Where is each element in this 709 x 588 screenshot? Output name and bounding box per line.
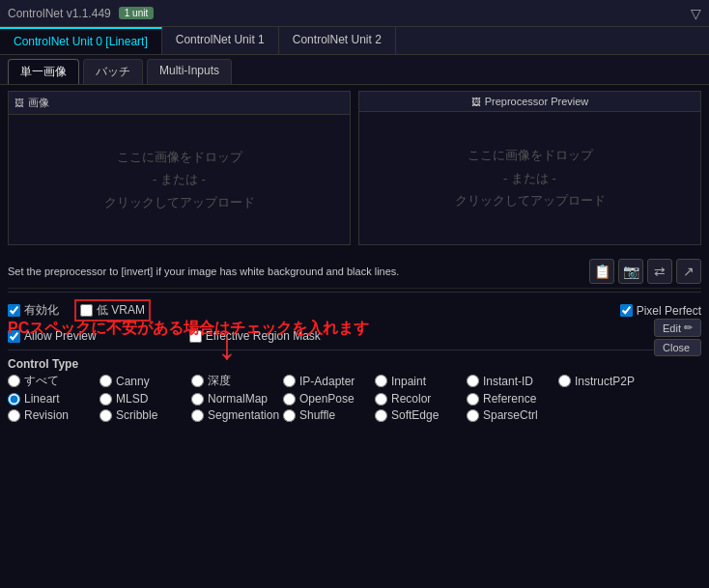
- separator2: [8, 350, 701, 350]
- radio-instant-id[interactable]: Instant-ID: [467, 375, 558, 388]
- radio-canny[interactable]: Canny: [99, 375, 191, 388]
- radio-ip-adapter-input[interactable]: [283, 375, 296, 387]
- yukoka-checkbox[interactable]: 有効化: [8, 302, 59, 319]
- edit-close-buttons: Edit ✏ Close: [654, 319, 701, 356]
- tab-multi-inputs[interactable]: Multi-Inputs: [147, 59, 232, 84]
- collapse-arrow-icon[interactable]: ▽: [691, 6, 701, 21]
- left-drop-area[interactable]: ここに画像をドロップ - または - クリックしてアップロード: [9, 115, 350, 244]
- control-type-row3: Revision Scribble Segmentation Shuffle S…: [8, 408, 701, 422]
- radio-shuffle-input[interactable]: [283, 409, 296, 422]
- preprocessor-label: Preprocessor Preview: [485, 96, 589, 107]
- radio-scribble-label: Scribble: [116, 408, 157, 422]
- low-vram-checkbox[interactable]: 低 VRAM: [80, 302, 145, 319]
- clipboard-icon-btn[interactable]: 📋: [589, 259, 614, 284]
- radio-sparsectrl-label: SparseCtrl: [483, 408, 538, 422]
- header-bar: ControlNet v1.1.449 1 unit ▽: [0, 0, 709, 27]
- right-drop-text2: - または -: [503, 167, 556, 189]
- radio-mlsd[interactable]: MLSD: [99, 392, 191, 406]
- radio-scribble[interactable]: Scribble: [99, 408, 191, 422]
- radio-instructp2p[interactable]: InstructP2P: [558, 375, 650, 388]
- tab-unit0[interactable]: ControlNet Unit 0 [Lineart]: [0, 27, 162, 54]
- radio-reference-input[interactable]: [467, 393, 479, 406]
- radio-sparsectrl[interactable]: SparseCtrl: [467, 408, 558, 422]
- separator1: [8, 292, 701, 293]
- radio-inpaint-label: Inpaint: [391, 375, 426, 388]
- edit-pencil-icon: ✏: [684, 322, 693, 334]
- control-type-label: Control Type: [8, 353, 701, 373]
- radio-recolor-input[interactable]: [375, 393, 387, 406]
- tab-single-image[interactable]: 単一画像: [8, 59, 79, 84]
- low-vram-label: 低 VRAM: [97, 302, 145, 319]
- radio-openpose[interactable]: OpenPose: [283, 392, 375, 406]
- bottom-controls: Set the preprocessor to [invert] if your…: [0, 251, 709, 430]
- radio-mlsd-input[interactable]: [99, 393, 112, 406]
- tabs-row2: 単一画像 バッチ Multi-Inputs: [0, 55, 709, 85]
- radio-lineart[interactable]: Lineart: [8, 392, 99, 406]
- radio-canny-input[interactable]: [99, 375, 112, 387]
- radio-normalmap[interactable]: NormalMap: [191, 392, 283, 406]
- radio-softedge-input[interactable]: [375, 409, 387, 422]
- radio-softedge[interactable]: SoftEdge: [375, 408, 467, 422]
- radio-depth[interactable]: 深度: [191, 373, 283, 389]
- radio-instructp2p-label: InstructP2P: [575, 375, 635, 388]
- tab-unit2[interactable]: ControlNet Unit 2: [279, 27, 396, 54]
- radio-inpaint[interactable]: Inpaint: [375, 375, 467, 388]
- main-container: ControlNet v1.1.449 1 unit ▽ ControlNet …: [0, 0, 709, 588]
- radio-reference[interactable]: Reference: [467, 392, 558, 406]
- invert-notice: Set the preprocessor to [invert] if your…: [8, 255, 701, 289]
- radio-rows: すべて Canny 深度 IP-Adapter Inpaint: [8, 373, 701, 426]
- radio-softedge-label: SoftEdge: [391, 408, 439, 422]
- tab-batch[interactable]: バッチ: [83, 59, 143, 84]
- radio-instant-id-input[interactable]: [467, 375, 479, 387]
- right-drop-area[interactable]: ここに画像をドロップ - または - クリックしてアップロード: [359, 112, 700, 244]
- app-title: ControlNet v1.1.449: [8, 7, 111, 20]
- pixel-perfect-checkbox[interactable]: Pixel Perfect: [620, 304, 701, 318]
- radio-ip-adapter[interactable]: IP-Adapter: [283, 375, 375, 388]
- radio-revision-input[interactable]: [8, 409, 20, 422]
- radio-revision-label: Revision: [24, 408, 69, 422]
- radio-normalmap-input[interactable]: [191, 393, 204, 406]
- radio-inpaint-input[interactable]: [375, 375, 387, 387]
- radio-sparsectrl-input[interactable]: [467, 409, 479, 422]
- pixel-perfect-input[interactable]: [620, 304, 633, 317]
- notice-text: Set the preprocessor to [invert] if your…: [8, 266, 589, 277]
- low-vram-input[interactable]: [80, 304, 93, 317]
- radio-recolor[interactable]: Recolor: [375, 392, 467, 406]
- image-section: 🖼 画像 ここに画像をドロップ - または - クリックしてアップロード 🖼 P…: [0, 85, 709, 251]
- radio-segmentation-input[interactable]: [191, 409, 204, 422]
- radio-lineart-input[interactable]: [8, 393, 20, 406]
- tab-unit1[interactable]: ControlNet Unit 1: [162, 27, 279, 54]
- left-panel-label: 画像: [28, 96, 49, 110]
- radio-depth-input[interactable]: [191, 375, 204, 387]
- radio-subete-input[interactable]: [8, 375, 20, 387]
- radio-shuffle[interactable]: Shuffle: [283, 408, 375, 422]
- radio-shuffle-label: Shuffle: [299, 408, 335, 422]
- radio-segmentation-label: Segmentation: [208, 408, 279, 422]
- left-drop-text2: - または -: [153, 168, 206, 190]
- swap-icon-btn[interactable]: ⇄: [647, 259, 672, 284]
- radio-revision[interactable]: Revision: [8, 408, 99, 422]
- edit-button[interactable]: Edit ✏: [654, 319, 701, 337]
- yukoka-input[interactable]: [8, 304, 20, 317]
- radio-openpose-input[interactable]: [283, 393, 296, 406]
- unit-badge: 1 unit: [119, 7, 154, 19]
- radio-lineart-label: Lineart: [24, 392, 60, 406]
- control-type-row1: すべて Canny 深度 IP-Adapter Inpaint: [8, 373, 701, 389]
- camera-icon-btn[interactable]: 📷: [618, 259, 643, 284]
- radio-mlsd-label: MLSD: [116, 392, 148, 406]
- preprocessor-icon: 🖼: [471, 97, 481, 107]
- radio-depth-label: 深度: [208, 373, 231, 389]
- radio-scribble-input[interactable]: [99, 409, 112, 422]
- left-image-panel[interactable]: 🖼 画像 ここに画像をドロップ - または - クリックしてアップロード: [8, 91, 351, 245]
- close-button[interactable]: Close: [654, 339, 701, 356]
- radio-segmentation[interactable]: Segmentation: [191, 408, 283, 422]
- radio-ip-adapter-label: IP-Adapter: [299, 375, 354, 388]
- left-panel-header: 🖼 画像: [9, 92, 350, 115]
- radio-instructp2p-input[interactable]: [558, 375, 571, 387]
- radio-openpose-label: OpenPose: [299, 392, 354, 406]
- close-label: Close: [663, 342, 690, 353]
- radio-subete[interactable]: すべて: [8, 373, 99, 389]
- radio-reference-label: Reference: [483, 392, 536, 406]
- left-drop-text1: ここに画像をドロップ: [117, 146, 242, 168]
- arrow-up-right-icon-btn[interactable]: ↗: [676, 259, 701, 284]
